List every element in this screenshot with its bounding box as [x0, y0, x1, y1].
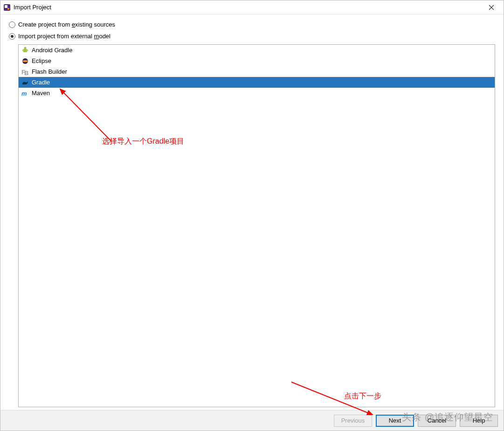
dialog-footer: Previous Next Cancel Help [0, 410, 504, 431]
import-project-dialog: Import Project Create project from exist… [0, 0, 504, 431]
svg-text:m: m [21, 90, 27, 97]
radio-label-external: Import project from external model [18, 33, 110, 40]
svg-text:B: B [24, 70, 28, 76]
radio-create-from-existing[interactable]: Create project from existing sources [9, 21, 495, 28]
next-button[interactable]: Next [376, 415, 414, 427]
close-icon [489, 5, 494, 10]
svg-point-10 [22, 60, 28, 62]
model-label: Eclipse [32, 57, 51, 64]
radio-icon [9, 21, 15, 28]
flashbuilder-icon: FB [21, 68, 29, 76]
next-label: Next [389, 417, 401, 424]
close-button[interactable] [482, 1, 501, 14]
model-label: Maven [32, 90, 50, 97]
svg-rect-5 [23, 49, 27, 52]
svg-rect-7 [22, 49, 23, 51]
model-item-maven[interactable]: m Maven [19, 88, 495, 98]
model-list[interactable]: Android Gradle Eclipse FB Flash Builder … [18, 44, 495, 407]
model-item-eclipse[interactable]: Eclipse [19, 56, 495, 66]
model-label: Gradle [32, 79, 50, 86]
svg-rect-2 [7, 8, 9, 10]
titlebar: Import Project [0, 0, 504, 14]
cancel-button[interactable]: Cancel [418, 415, 456, 427]
model-item-gradle[interactable]: Gradle [19, 77, 495, 88]
app-icon [3, 4, 11, 11]
radio-import-external-model[interactable]: Import project from external model [9, 33, 495, 40]
eclipse-icon [21, 57, 29, 65]
model-item-android-gradle[interactable]: Android Gradle [19, 45, 495, 56]
android-icon [21, 47, 29, 54]
previous-button: Previous [334, 415, 372, 427]
dialog-content: Create project from existing sources Imp… [0, 14, 504, 410]
radio-icon [9, 33, 15, 40]
gradle-icon [21, 79, 29, 86]
svg-rect-1 [5, 5, 7, 8]
svg-point-6 [24, 47, 27, 49]
svg-rect-8 [28, 49, 28, 51]
model-item-flash-builder[interactable]: FB Flash Builder [19, 66, 495, 77]
maven-icon: m [21, 90, 29, 97]
window-title: Import Project [14, 4, 482, 11]
help-button[interactable]: Help [460, 415, 498, 427]
radio-label-existing: Create project from existing sources [18, 21, 115, 28]
model-label: Flash Builder [32, 68, 67, 75]
model-label: Android Gradle [32, 47, 72, 54]
